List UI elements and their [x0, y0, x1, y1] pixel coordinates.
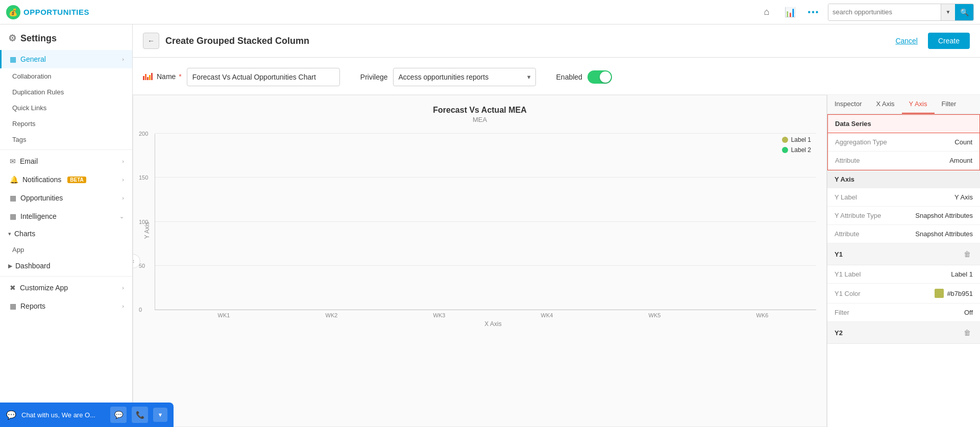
sidebar-sub-quick-links[interactable]: Quick Links: [0, 100, 132, 116]
filter-row: Filter Off: [827, 304, 980, 322]
enabled-toggle[interactable]: [587, 70, 612, 84]
sidebar-sub-collaboration[interactable]: Collaboration: [0, 68, 132, 84]
inspector-body: Data Series Aggregation Type Count Attri…: [827, 114, 980, 427]
chart-title: Forecast Vs Actual MEA: [143, 106, 816, 115]
customize-chevron-icon: ›: [122, 285, 124, 291]
legend-dot-2: [782, 147, 788, 153]
y1-color-swatch[interactable]: [935, 289, 944, 298]
y-axis-section-header: Y Axis: [827, 170, 980, 188]
general-icon: ▦: [10, 55, 16, 63]
sidebar-title: Settings: [20, 33, 57, 44]
chat-minimize-button[interactable]: ▼: [153, 408, 167, 422]
x-label-wk6: WK6: [747, 312, 778, 318]
reports-icon: ▦: [10, 302, 16, 310]
home-button[interactable]: ⌂: [757, 3, 776, 21]
y2-delete-button[interactable]: 🗑: [962, 327, 973, 338]
sidebar-item-intelligence[interactable]: ▦ Intelligence ⌄: [0, 207, 132, 225]
tab-y-axis[interactable]: Y Axis: [902, 95, 935, 114]
cancel-button[interactable]: Cancel: [889, 33, 924, 49]
search-dropdown-button[interactable]: ▼: [941, 4, 955, 20]
sidebar-sub-duplication-rules[interactable]: Duplication Rules: [0, 84, 132, 100]
notifications-chevron-icon: ›: [122, 177, 124, 183]
tab-inspector[interactable]: Inspector: [827, 95, 869, 114]
x-label-wk5: WK5: [640, 312, 670, 318]
y2-section-header: Y2 🗑: [827, 322, 980, 344]
opportunities-icon: ▦: [10, 194, 16, 202]
y1-color-hex: #b7b951: [947, 290, 973, 297]
general-chevron-icon: ›: [122, 56, 124, 62]
main-layout: ⚙ Settings ▦ General › Collaboration Dup…: [0, 24, 980, 427]
privilege-select[interactable]: Access opportunities reports: [393, 68, 536, 86]
opportunities-chevron-icon: ›: [122, 195, 124, 201]
brand-logo[interactable]: 💰 OPPORTUNITIES: [6, 5, 89, 19]
sidebar-item-reports[interactable]: ▦ Reports ›: [0, 297, 132, 315]
attribute-label: Attribute: [835, 157, 949, 164]
chart-wrapper: Y Axis 200 150 100 50 0: [143, 134, 816, 328]
legend-label-1: Label 1: [791, 136, 811, 143]
data-series-header: Data Series: [827, 114, 980, 133]
notifications-beta-badge: BETA: [67, 177, 86, 183]
chat-open-button[interactable]: 💬: [110, 407, 127, 423]
tab-x-axis[interactable]: X Axis: [869, 95, 901, 114]
intelligence-label: Intelligence: [20, 212, 57, 220]
legend-item-2: Label 2: [782, 146, 811, 154]
attribute2-label: Attribute: [835, 230, 915, 238]
enabled-label: Enabled: [556, 73, 582, 81]
email-icon: ✉: [10, 157, 16, 165]
create-button[interactable]: Create: [928, 33, 970, 49]
inspector-panel: Inspector X Axis Y Axis Filter Data Seri…: [827, 95, 980, 427]
y1-delete-button[interactable]: 🗑: [962, 248, 973, 260]
top-navigation: 💰 OPPORTUNITIES ⌂ 📊 ••• ▼ 🔍: [0, 0, 980, 24]
tab-filter[interactable]: Filter: [935, 95, 964, 114]
chart-subtitle: MEA: [143, 116, 816, 123]
sidebar-item-email[interactable]: ✉ Email ›: [0, 152, 132, 170]
data-series-section: Data Series Aggregation Type Count Attri…: [827, 114, 980, 170]
name-required-marker: *: [179, 72, 181, 81]
back-button[interactable]: ←: [143, 33, 159, 49]
sidebar-sub-app[interactable]: App: [0, 242, 132, 258]
y-axis-section: Y Axis Y Label Y Axis Y Attribute Type S…: [827, 170, 980, 243]
x-label-wk1: WK1: [209, 312, 239, 318]
sidebar-item-notifications[interactable]: 🔔 Notifications BETA ›: [0, 170, 132, 189]
sidebar-charts-header[interactable]: ▾ Inspector Charts: [0, 225, 132, 242]
sidebar-sub-reports[interactable]: Reports: [0, 116, 132, 132]
privilege-label: Privilege: [360, 73, 388, 81]
form-area: Name * Privilege Access opportunities re…: [133, 58, 980, 95]
search-bar: ▼ 🔍: [828, 4, 974, 21]
legend-item-1: Label 1: [782, 136, 811, 143]
chat-phone-button[interactable]: 📞: [132, 407, 148, 423]
sidebar-item-customize[interactable]: ✖ Customize App ›: [0, 279, 132, 297]
chart-button[interactable]: 📊: [781, 3, 799, 21]
name-input[interactable]: [187, 68, 340, 86]
sidebar-dashboard-header[interactable]: ▶ Dashboard: [0, 258, 132, 274]
search-input[interactable]: [828, 4, 941, 20]
name-label-text: Name: [157, 72, 176, 81]
y1-color-value-group: #b7b951: [935, 289, 973, 298]
y-attribute-type-row: Y Attribute Type Snapshot Attributes: [827, 207, 980, 225]
chat-bubble-icon: 💬: [6, 410, 16, 420]
y1-color-label: Y1 Color: [835, 290, 935, 297]
general-label: General: [20, 55, 46, 63]
aggregation-type-value: Count: [954, 138, 972, 146]
search-submit-button[interactable]: 🔍: [955, 4, 973, 20]
sidebar-item-opportunities[interactable]: ▦ Opportunities ›: [0, 189, 132, 207]
sidebar-sub-tags[interactable]: Tags: [0, 132, 132, 147]
y1-section-header: Y1 🗑: [827, 243, 980, 265]
more-button[interactable]: •••: [804, 3, 823, 21]
header-actions: Cancel Create: [889, 33, 970, 49]
create-panel-header: ← Create Grouped Stacked Column Cancel C…: [133, 24, 980, 58]
dashboard-arrow-icon: ▶: [8, 263, 12, 269]
intelligence-chevron-icon: ⌄: [119, 213, 124, 220]
privilege-field-group: Privilege Access opportunities reports ▼: [360, 68, 536, 86]
main-content: ← Create Grouped Stacked Column Cancel C…: [133, 24, 980, 427]
chart-grid: 200 150 100 50 0: [155, 134, 816, 310]
y2-section: Y2 🗑: [827, 322, 980, 344]
settings-gear-icon: ⚙: [8, 33, 16, 44]
sidebar: ⚙ Settings ▦ General › Collaboration Dup…: [0, 24, 133, 427]
y1-label: Y1: [835, 250, 962, 258]
sidebar-item-general[interactable]: ▦ General ›: [0, 50, 132, 68]
inspector-tabs: Inspector X Axis Y Axis Filter: [827, 95, 980, 114]
chart-inspector-area: ‹ Forecast Vs Actual MEA MEA Y Axis 200 …: [133, 95, 980, 427]
back-arrow-icon: ←: [148, 37, 155, 45]
name-label: Name *: [143, 72, 182, 82]
